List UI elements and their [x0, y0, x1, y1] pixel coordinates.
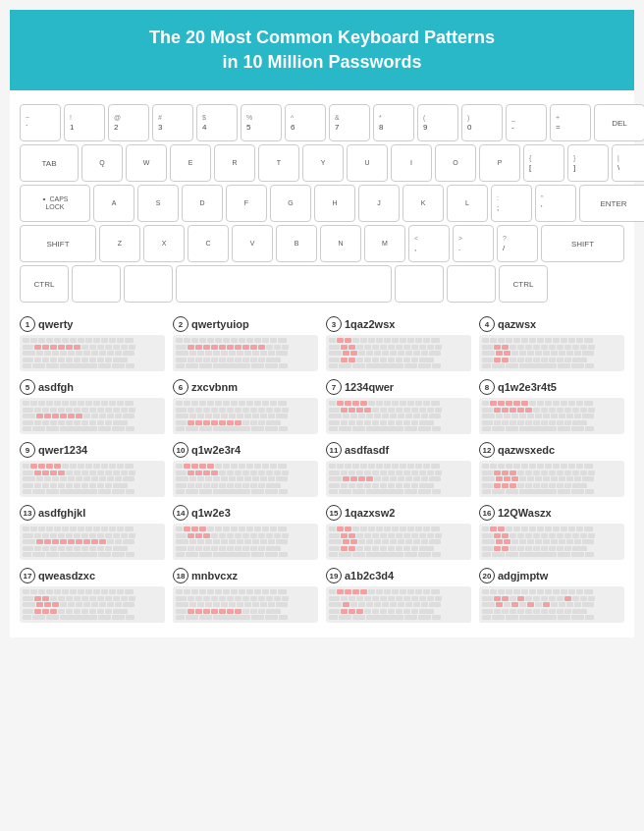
key-e: E — [170, 144, 211, 182]
pattern-14-keyboard — [173, 524, 318, 560]
kb-row-qwerty: TAB Q W E R T Y U I O P {[ }] |\ — [20, 144, 624, 182]
key-alt — [124, 265, 173, 303]
key-8: *8 — [373, 104, 414, 141]
pattern-19-keyboard — [326, 586, 471, 623]
pattern-2-name: qwertyuiop — [191, 318, 249, 330]
pattern-20-num: 20 — [479, 568, 495, 583]
pattern-3-num: 3 — [326, 316, 342, 332]
pattern-2-num: 2 — [173, 316, 188, 332]
key-space — [176, 265, 392, 303]
pattern-12-num: 12 — [479, 442, 495, 458]
pattern-7-label: 7 1234qwer — [326, 379, 471, 395]
pattern-18-keyboard — [173, 586, 318, 623]
key-k: K — [402, 185, 444, 222]
pattern-10-name: q1w2e3r4 — [191, 444, 241, 456]
key-semicolon: :; — [491, 185, 532, 222]
pattern-7-name: 1234qwer — [345, 381, 394, 393]
key-2: @2 — [108, 104, 149, 141]
pattern-14-label: 14 q1w2e3 — [173, 505, 318, 521]
key-w: W — [126, 144, 167, 182]
pattern-20-label: 20 adgjmptw — [479, 568, 624, 583]
key-menu — [447, 265, 496, 303]
key-0: )0 — [461, 104, 503, 141]
pattern-4: 4 qazwsx — [479, 316, 624, 371]
key-u: U — [347, 144, 388, 182]
pattern-5-label: 5 asdfgh — [20, 379, 165, 395]
key-a: A — [93, 185, 134, 222]
pattern-17: 17 qweasdzxc — [20, 568, 165, 623]
key-ctrl-l: CTRL — [20, 265, 69, 303]
pattern-6: 6 zxcvbnm — [173, 379, 318, 434]
pattern-20-name: adgjmptw — [498, 570, 548, 582]
pattern-17-num: 17 — [20, 568, 35, 583]
pattern-9-label: 9 qwer1234 — [20, 442, 165, 458]
pattern-13-name: asdfghjkl — [38, 507, 85, 519]
header-line2: in 10 Million Passwords — [29, 50, 615, 75]
pattern-1: 1 qwerty — [20, 316, 165, 371]
pattern-1-name: qwerty — [38, 318, 73, 330]
pattern-12: 12 qazwsxedc — [479, 442, 624, 497]
pattern-14-num: 14 — [173, 505, 188, 521]
pattern-8: 8 q1w2e3r4t5 — [479, 379, 624, 434]
key-bracket-r: }] — [567, 144, 609, 182]
pattern-16-num: 16 — [479, 505, 495, 521]
key-bracket-l: {[ — [523, 144, 564, 182]
key-s: S — [137, 185, 179, 222]
pattern-3: 3 1qaz2wsx — [326, 316, 471, 371]
kb-row-zxcv: SHIFT Z X C V B N M <, >. ?/ SHIFT — [20, 225, 624, 262]
pattern-10-keyboard — [173, 461, 318, 497]
pattern-9-keyboard — [20, 461, 165, 497]
pattern-18-num: 18 — [173, 568, 188, 583]
key-z: Z — [99, 225, 140, 262]
key-v: V — [232, 225, 273, 262]
pattern-8-num: 8 — [479, 379, 495, 395]
pattern-9: 9 qwer1234 — [20, 442, 165, 497]
pattern-3-keyboard — [326, 335, 471, 371]
pattern-7-num: 7 — [326, 379, 342, 395]
pattern-7: 7 1234qwer — [326, 379, 471, 434]
pattern-12-name: qazwsxedc — [498, 444, 555, 456]
key-1: !1 — [64, 104, 105, 141]
key-x: X — [143, 225, 185, 262]
pattern-20-keyboard — [479, 586, 624, 623]
key-q: Q — [81, 144, 123, 182]
key-l: L — [447, 185, 488, 222]
pattern-5-name: asdfgh — [38, 381, 74, 393]
key-d: D — [182, 185, 223, 222]
key-shift-l: SHIFT — [20, 225, 96, 262]
keyboard: ~` !1 @2 #3 $4 %5 ^6 &7 *8 (9 )0 _- += D… — [10, 104, 634, 303]
pattern-6-keyboard — [173, 398, 318, 434]
pattern-6-name: zxcvbnm — [191, 381, 238, 393]
page-wrapper: The 20 Most Common Keyboard Patterns in … — [10, 10, 634, 637]
pattern-13-num: 13 — [20, 505, 35, 521]
pattern-9-name: qwer1234 — [38, 444, 87, 456]
pattern-8-name: q1w2e3r4t5 — [498, 381, 557, 393]
pattern-16-label: 16 12QWaszx — [479, 505, 624, 521]
key-9: (9 — [417, 104, 458, 141]
pattern-19-name: a1b2c3d4 — [345, 570, 394, 582]
pattern-19: 19 a1b2c3d4 — [326, 568, 471, 623]
key-f: F — [226, 185, 267, 222]
pattern-17-name: qweasdzxc — [38, 570, 95, 582]
pattern-1-num: 1 — [20, 316, 35, 332]
pattern-3-label: 3 1qaz2wsx — [326, 316, 471, 332]
pattern-18-label: 18 mnbvcxz — [173, 568, 318, 583]
key-capslock: ⚬ CAPSLOCK — [20, 185, 90, 222]
pattern-13-label: 13 asdfghjkl — [20, 505, 165, 521]
pattern-13: 13 asdfghjkl — [20, 505, 165, 560]
pattern-17-label: 17 qweasdzxc — [20, 568, 165, 583]
pattern-8-label: 8 q1w2e3r4t5 — [479, 379, 624, 395]
pattern-1-label: 1 qwerty — [20, 316, 165, 332]
key-h: H — [314, 185, 355, 222]
header-line1: The 20 Most Common Keyboard Patterns — [29, 26, 615, 50]
pattern-15: 15 1qazxsw2 — [326, 505, 471, 560]
pattern-4-keyboard — [479, 335, 624, 371]
pattern-11-keyboard — [326, 461, 471, 497]
key-t: T — [258, 144, 299, 182]
key-enter: ENTER — [579, 185, 644, 222]
key-alt-r — [395, 265, 444, 303]
kb-row-bottom: CTRL CTRL — [20, 265, 624, 303]
pattern-9-num: 9 — [20, 442, 35, 458]
key-o: O — [435, 144, 476, 182]
pattern-15-name: 1qazxsw2 — [345, 507, 395, 519]
